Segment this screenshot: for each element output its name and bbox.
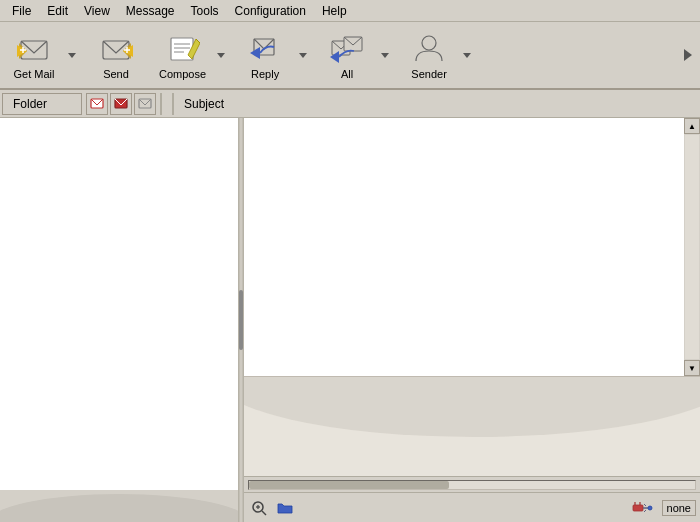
menubar: File Edit View Message Tools Configurati… <box>0 0 700 22</box>
preview-curve <box>244 377 700 476</box>
svg-marker-17 <box>217 53 225 58</box>
horiz-scroll-track[interactable] <box>248 480 696 490</box>
folder-list <box>0 118 238 490</box>
status-none-badge: none <box>662 500 696 516</box>
message-preview-area <box>244 376 700 476</box>
content-row: ▲ ▼ <box>0 118 700 522</box>
horiz-scroll-thumb <box>249 481 449 489</box>
svg-marker-26 <box>463 53 471 58</box>
all-label: All <box>341 68 353 80</box>
svg-line-43 <box>644 510 646 512</box>
menu-tools[interactable]: Tools <box>183 2 227 20</box>
menu-file[interactable]: File <box>4 2 39 20</box>
filter-read-icon[interactable] <box>86 93 108 115</box>
menu-edit[interactable]: Edit <box>39 2 76 20</box>
get-mail-group: Get Mail <box>4 25 80 85</box>
toolbar-overflow-arrow[interactable] <box>680 24 696 86</box>
get-mail-button[interactable]: Get Mail <box>4 25 64 85</box>
get-mail-arrow[interactable] <box>64 25 80 85</box>
svg-marker-20 <box>299 53 307 58</box>
compose-group: Compose <box>152 25 229 85</box>
reply-arrow[interactable] <box>295 25 311 85</box>
reply-button[interactable]: Reply <box>235 25 295 85</box>
folder-open-icon[interactable] <box>274 497 296 519</box>
scroll-down-arrow[interactable]: ▼ <box>684 360 700 376</box>
all-button[interactable]: All <box>317 25 377 85</box>
reply-label: Reply <box>251 68 279 80</box>
header-divider2 <box>172 93 174 115</box>
toolbar: Get Mail Send <box>0 22 700 90</box>
folder-panel <box>0 118 238 522</box>
subject-label: Subject <box>176 97 698 111</box>
header-row: Folder Su <box>0 90 700 118</box>
scroll-up-arrow[interactable]: ▲ <box>684 118 700 134</box>
svg-point-32 <box>244 377 700 437</box>
sender-button[interactable]: Sender <box>399 25 459 85</box>
status-area: none <box>632 500 696 516</box>
svg-marker-5 <box>68 53 76 58</box>
svg-rect-37 <box>633 505 643 511</box>
menu-view[interactable]: View <box>76 2 118 20</box>
svg-line-42 <box>644 504 646 506</box>
svg-marker-24 <box>381 53 389 58</box>
get-mail-label: Get Mail <box>14 68 55 80</box>
all-group: All <box>317 25 393 85</box>
message-list-scrollbar: ▲ ▼ <box>684 118 700 376</box>
send-icon <box>98 30 134 66</box>
compose-arrow[interactable] <box>213 25 229 85</box>
sender-group: Sender <box>399 25 475 85</box>
horiz-scrollbar <box>244 476 700 492</box>
menu-message[interactable]: Message <box>118 2 183 20</box>
compose-label: Compose <box>159 68 206 80</box>
header-divider1 <box>160 93 162 115</box>
bottom-toolbar-left <box>248 497 296 519</box>
menu-configuration[interactable]: Configuration <box>227 2 314 20</box>
left-panel-bottom <box>0 490 238 522</box>
menu-help[interactable]: Help <box>314 2 355 20</box>
svg-line-34 <box>262 511 266 515</box>
get-mail-icon <box>16 30 52 66</box>
send-label: Send <box>103 68 129 80</box>
sender-arrow[interactable] <box>459 25 475 85</box>
network-status-icon <box>632 500 656 516</box>
all-icon <box>329 30 365 66</box>
bottom-toolbar: none <box>244 492 700 522</box>
svg-point-25 <box>422 36 436 50</box>
svg-point-41 <box>648 506 652 510</box>
message-panel: ▲ ▼ <box>244 118 700 522</box>
svg-point-31 <box>0 494 238 522</box>
main-area: Folder Su <box>0 90 700 522</box>
filter-unread-icon[interactable] <box>110 93 132 115</box>
panel-splitter[interactable] <box>238 118 244 522</box>
splitter-handle <box>239 290 243 350</box>
zoom-icon[interactable] <box>248 497 270 519</box>
reply-icon <box>247 30 283 66</box>
svg-marker-27 <box>684 49 692 61</box>
header-icons <box>86 93 156 115</box>
compose-icon <box>165 30 201 66</box>
all-arrow[interactable] <box>377 25 393 85</box>
compose-button[interactable]: Compose <box>152 25 213 85</box>
reply-group: Reply <box>235 25 311 85</box>
scroll-track[interactable] <box>685 135 699 359</box>
folder-label: Folder <box>2 93 82 115</box>
message-list-area: ▲ ▼ <box>244 118 700 376</box>
send-button[interactable]: Send <box>86 25 146 85</box>
sender-icon <box>411 30 447 66</box>
sender-label: Sender <box>411 68 446 80</box>
filter-all-icon[interactable] <box>134 93 156 115</box>
